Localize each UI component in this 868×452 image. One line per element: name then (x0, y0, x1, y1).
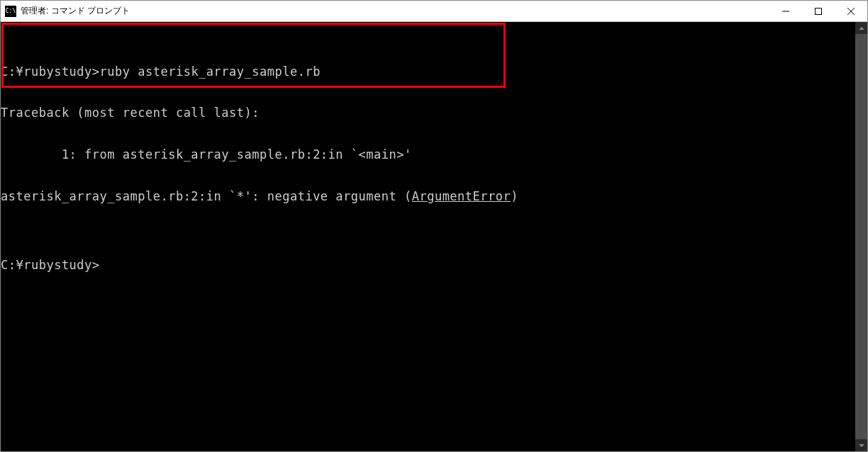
chevron-up-icon (859, 26, 864, 31)
prompt: C:¥rubystudy> (1, 64, 100, 79)
terminal-line: Traceback (most recent call last): (1, 106, 855, 120)
command-prompt-window: 管理者: コマンド プロンプト C:¥rubystudy>ruby asteri… (0, 0, 868, 452)
terminal-line: C:¥rubystudy> (1, 259, 855, 273)
window-title: 管理者: コマンド プロンプト (21, 5, 769, 17)
error-name: ArgumentError (412, 189, 511, 203)
scrollbar-thumb[interactable] (855, 34, 867, 439)
app-icon (5, 6, 16, 17)
error-text-a: asterisk_array_sample.rb:2:in `*': negat… (1, 189, 412, 203)
terminal-line: asterisk_array_sample.rb:2:in `*': negat… (1, 190, 855, 204)
terminal-line: C:¥rubystudy>ruby asterisk_array_sample.… (1, 65, 855, 79)
error-text-c: ) (511, 189, 518, 203)
scrollbar-track[interactable] (855, 34, 867, 439)
terminal-line: 1: from asterisk_array_sample.rb:2:in `<… (1, 148, 855, 162)
scrollbar[interactable] (855, 22, 867, 451)
minimize-icon (782, 8, 789, 15)
scrollbar-down-button[interactable] (855, 439, 867, 451)
chevron-down-icon (859, 443, 864, 448)
titlebar[interactable]: 管理者: コマンド プロンプト (1, 1, 867, 22)
svg-rect-1 (816, 8, 822, 14)
maximize-icon (815, 8, 822, 15)
terminal-output[interactable]: C:¥rubystudy>ruby asterisk_array_sample.… (1, 22, 855, 451)
minimize-button[interactable] (769, 1, 802, 21)
close-button[interactable] (835, 1, 867, 21)
terminal-container: C:¥rubystudy>ruby asterisk_array_sample.… (1, 22, 867, 451)
window-controls (769, 1, 867, 21)
command: ruby asterisk_array_sample.rb (100, 64, 321, 79)
close-icon (847, 8, 855, 15)
maximize-button[interactable] (802, 1, 835, 21)
scrollbar-up-button[interactable] (855, 22, 867, 34)
